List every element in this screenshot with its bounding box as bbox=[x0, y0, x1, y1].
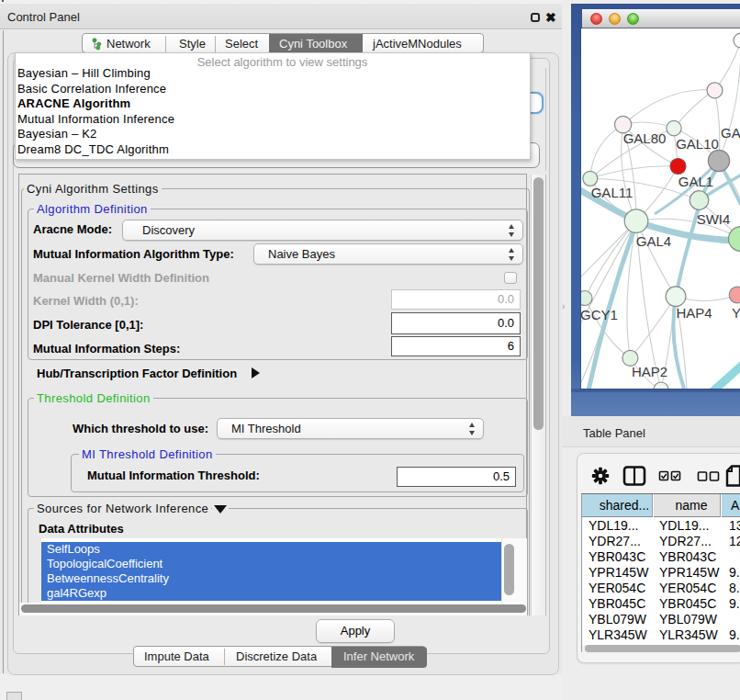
svg-text:Y: Y bbox=[732, 305, 740, 321]
svg-text:HAP4: HAP4 bbox=[676, 305, 712, 321]
svg-text:GAL1: GAL1 bbox=[678, 174, 713, 189]
svg-text:GAL10: GAL10 bbox=[676, 136, 719, 152]
svg-text:GAL11: GAL11 bbox=[591, 185, 633, 200]
svg-text:HAP2: HAP2 bbox=[632, 364, 667, 379]
svg-text:GAL: GAL bbox=[721, 125, 740, 141]
svg-text:GAL4: GAL4 bbox=[636, 233, 671, 249]
svg-text:SWI4: SWI4 bbox=[697, 211, 731, 227]
svg-text:GCY1: GCY1 bbox=[581, 307, 618, 322]
svg-text:GAL80: GAL80 bbox=[623, 130, 667, 146]
